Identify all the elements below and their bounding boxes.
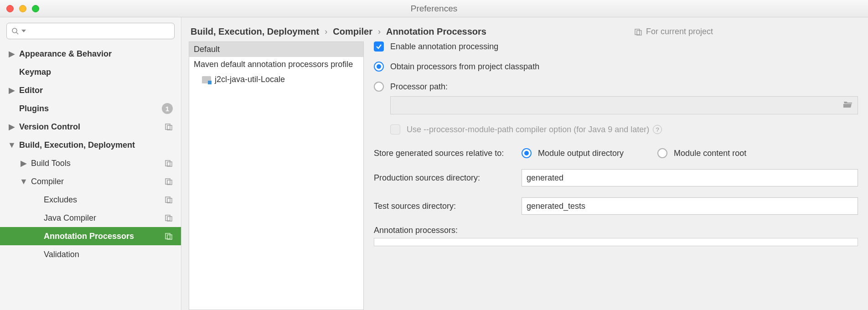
folder-open-icon[interactable]: [843, 100, 853, 111]
window-close-button[interactable]: [6, 5, 14, 12]
svg-rect-12: [165, 233, 170, 239]
module-folder-icon: [202, 76, 211, 83]
use-module-path-label: Use --processor-module-path compiler opt…: [407, 125, 649, 134]
enable-annotation-processing-checkbox[interactable]: [374, 41, 384, 52]
annotation-processors-table[interactable]: [374, 238, 858, 246]
nav-compiler[interactable]: ▼ Compiler: [0, 172, 181, 191]
nav-java-compiler[interactable]: Java Compiler: [0, 209, 181, 227]
project-scope-icon: [165, 159, 173, 167]
breadcrumb-item[interactable]: Build, Execution, Deployment: [191, 26, 319, 37]
svg-point-0: [12, 28, 17, 33]
breadcrumb: Build, Execution, Deployment › Compiler …: [181, 17, 868, 41]
nav-build-execution-deployment[interactable]: ▼ Build, Execution, Deployment: [0, 136, 181, 154]
production-sources-label: Production sources directory:: [374, 173, 511, 183]
help-icon[interactable]: ?: [653, 125, 662, 134]
module-output-directory-radio[interactable]: [522, 148, 532, 158]
chevron-right-icon: ▶: [8, 85, 16, 95]
chevron-right-icon: ›: [378, 27, 381, 36]
chevron-down-icon: ▼: [20, 177, 27, 186]
svg-rect-14: [635, 29, 640, 35]
project-scope-icon: [165, 177, 173, 186]
svg-rect-4: [165, 160, 170, 166]
title-bar: Preferences: [0, 0, 868, 17]
svg-rect-2: [165, 124, 170, 129]
profile-module-j2cl[interactable]: j2cl-java-util-Locale: [189, 72, 363, 87]
window-minimize-button[interactable]: [19, 5, 26, 12]
window-zoom-button[interactable]: [32, 5, 39, 12]
project-scope-icon: [634, 28, 642, 36]
project-scope-icon: [165, 232, 173, 240]
profile-default[interactable]: Default: [189, 42, 363, 57]
store-relative-label: Store generated sources relative to:: [374, 149, 511, 158]
nav-build-tools[interactable]: ▶ Build Tools: [0, 154, 181, 172]
chevron-right-icon: ▶: [8, 49, 16, 59]
obtain-from-classpath-label: Obtain processors from project classpath: [390, 62, 539, 72]
content-area: Build, Execution, Deployment › Compiler …: [181, 17, 868, 310]
search-icon: [11, 27, 19, 35]
profiles-list[interactable]: Default Maven default annotation process…: [189, 41, 364, 310]
settings-form: Enable annotation processing Obtain proc…: [374, 41, 866, 310]
processor-path-label: Processor path:: [390, 82, 448, 92]
module-content-root-radio[interactable]: [657, 148, 667, 158]
processor-path-radio[interactable]: [374, 82, 384, 92]
svg-rect-10: [165, 215, 170, 221]
production-sources-input[interactable]: [522, 169, 858, 186]
project-scope-icon: [165, 214, 173, 222]
chevron-right-icon: ▶: [20, 158, 27, 168]
nav-appearance-behavior[interactable]: ▶ Appearance & Behavior: [0, 45, 181, 63]
search-field[interactable]: [6, 23, 175, 39]
test-sources-input[interactable]: [522, 197, 858, 215]
nav-annotation-processors[interactable]: Annotation Processors: [0, 227, 181, 245]
breadcrumb-item: Annotation Processors: [386, 26, 486, 37]
breadcrumb-item[interactable]: Compiler: [333, 26, 372, 37]
window-title: Preferences: [0, 4, 868, 14]
test-sources-label: Test sources directory:: [374, 202, 511, 211]
scope-note: For current project: [634, 27, 713, 36]
profile-maven[interactable]: Maven default annotation processors prof…: [189, 57, 363, 72]
module-content-root-label: Module content root: [674, 149, 746, 158]
project-scope-icon: [165, 123, 173, 131]
module-output-directory-label: Module output directory: [538, 149, 624, 158]
enable-annotation-processing-label: Enable annotation processing: [390, 42, 498, 52]
nav-keymap[interactable]: Keymap: [0, 63, 181, 81]
plugins-update-badge: 1: [162, 103, 173, 114]
svg-rect-8: [165, 197, 170, 202]
chevron-down-icon: ▼: [8, 140, 16, 150]
svg-line-1: [16, 32, 18, 34]
annotation-processors-label: Annotation processors:: [374, 226, 858, 235]
project-scope-icon: [165, 196, 173, 204]
nav-excludes[interactable]: Excludes: [0, 191, 181, 209]
processor-path-input: [390, 96, 858, 114]
use-module-path-checkbox: [390, 124, 400, 134]
chevron-right-icon: ▶: [8, 122, 16, 132]
nav-tree: ▶ Appearance & Behavior Keymap ▶ Editor …: [0, 43, 181, 310]
chevron-right-icon: ›: [325, 27, 327, 36]
nav-validation[interactable]: Validation: [0, 245, 181, 264]
nav-version-control[interactable]: ▶ Version Control: [0, 118, 181, 136]
preferences-sidebar: ▶ Appearance & Behavior Keymap ▶ Editor …: [0, 17, 181, 310]
nav-plugins[interactable]: Plugins 1: [0, 99, 181, 118]
obtain-from-classpath-radio[interactable]: [374, 62, 384, 72]
svg-rect-6: [165, 179, 170, 184]
nav-editor[interactable]: ▶ Editor: [0, 81, 181, 99]
search-input[interactable]: [29, 27, 170, 35]
chevron-down-icon: [21, 29, 26, 33]
